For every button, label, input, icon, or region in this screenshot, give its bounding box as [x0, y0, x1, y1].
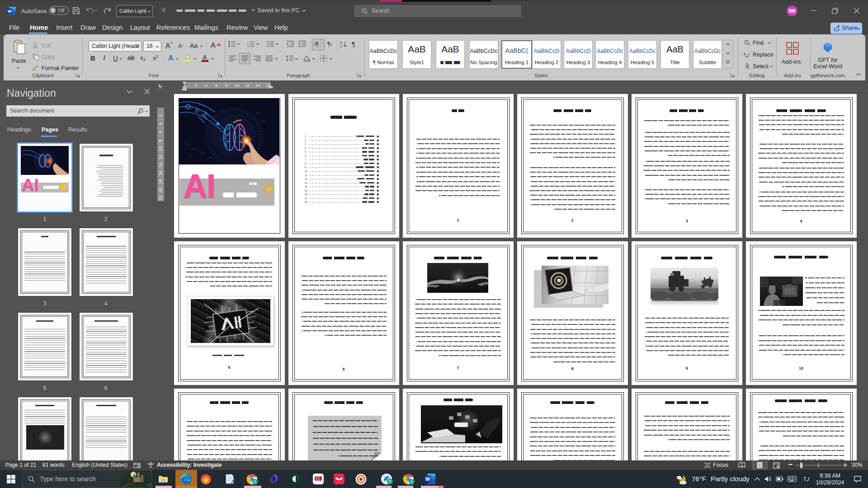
svg-text:b: b: [744, 52, 746, 56]
svg-text:W: W: [425, 476, 430, 482]
svg-text:W: W: [8, 9, 12, 14]
svg-text:3.: 3.: [247, 45, 249, 48]
svg-text:A: A: [340, 41, 342, 44]
svg-text:c: c: [746, 54, 749, 58]
svg-text:Z: Z: [340, 45, 342, 48]
